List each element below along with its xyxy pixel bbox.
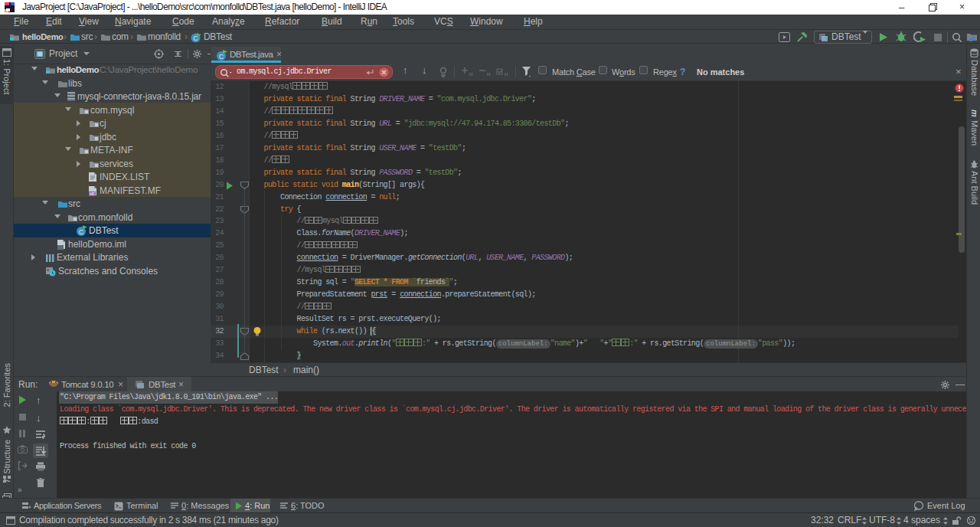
svg-text:C: C <box>79 228 84 236</box>
svg-text:MF: MF <box>90 191 95 196</box>
svg-text:C: C <box>219 53 224 61</box>
